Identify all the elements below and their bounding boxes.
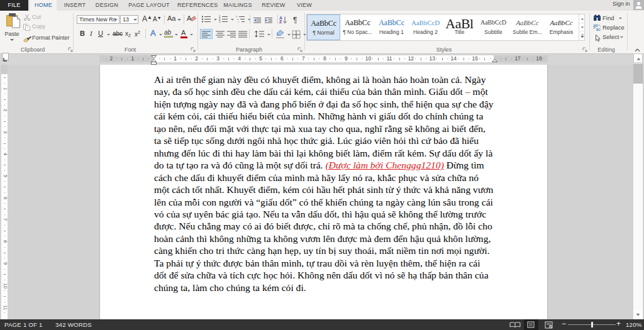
svg-text:i: i (238, 20, 239, 23)
svg-text:ac: ac (596, 27, 601, 31)
svg-text:3: 3 (219, 20, 221, 23)
